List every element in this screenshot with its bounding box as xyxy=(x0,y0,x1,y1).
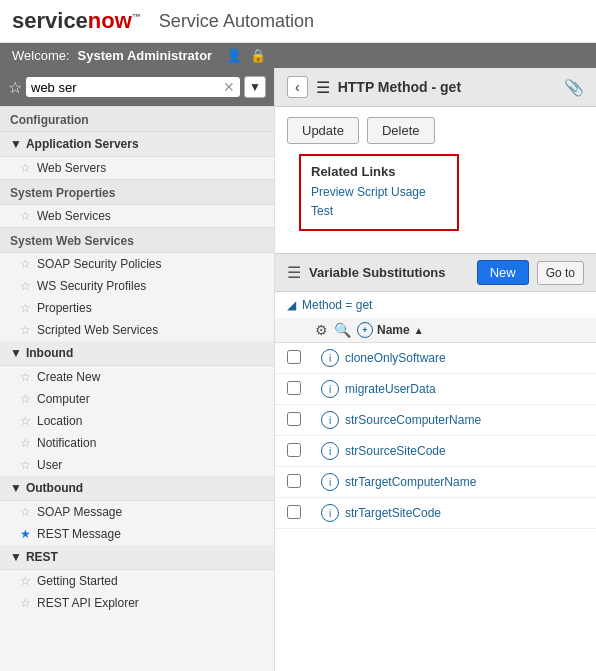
table-row: i strTargetSiteCode xyxy=(275,498,596,529)
logo: servicenow™ xyxy=(12,8,141,34)
row-link[interactable]: strTargetSiteCode xyxy=(345,506,441,520)
star-icon[interactable]: ☆ xyxy=(20,209,31,223)
star-icon[interactable]: ☆ xyxy=(20,370,31,384)
goto-button[interactable]: Go to xyxy=(537,261,584,285)
var-sub-title: Variable Substitutions xyxy=(309,265,469,280)
col-name-label: Name xyxy=(377,323,410,337)
sidebar: ☆ ✕ ▼ Configuration ▼ Application Server… xyxy=(0,68,275,671)
subsection-outbound[interactable]: ▼ Outbound xyxy=(0,476,274,501)
sidebar-item-web-servers[interactable]: ☆ Web Servers xyxy=(0,157,274,179)
star-icon[interactable]: ☆ xyxy=(20,414,31,428)
delete-button[interactable]: Delete xyxy=(367,117,435,144)
col-search-icon[interactable]: 🔍 xyxy=(334,322,351,338)
new-button[interactable]: New xyxy=(477,260,529,285)
item-label: WS Security Profiles xyxy=(37,279,146,293)
search-bar: ☆ ✕ ▼ xyxy=(0,68,274,106)
subsection-label: Application Servers xyxy=(26,137,139,151)
row-link[interactable]: strSourceComputerName xyxy=(345,413,481,427)
sidebar-item-create-new[interactable]: ☆ Create New xyxy=(0,366,274,388)
col-name-header: + Name ▲ xyxy=(357,322,584,338)
subsection-inbound[interactable]: ▼ Inbound xyxy=(0,341,274,366)
sidebar-item-scripted-web[interactable]: ☆ Scripted Web Services xyxy=(0,319,274,341)
item-label: Properties xyxy=(37,301,92,315)
related-links-title: Related Links xyxy=(311,164,447,179)
sidebar-item-notification[interactable]: ☆ Notification xyxy=(0,432,274,454)
item-label: Create New xyxy=(37,370,100,384)
row-link[interactable]: migrateUserData xyxy=(345,382,436,396)
sidebar-item-location[interactable]: ☆ Location xyxy=(0,410,274,432)
related-link-test[interactable]: Test xyxy=(311,202,447,221)
star-icon[interactable]: ☆ xyxy=(20,596,31,610)
star-icon[interactable]: ☆ xyxy=(20,436,31,450)
update-button[interactable]: Update xyxy=(287,117,359,144)
sidebar-item-user[interactable]: ☆ User xyxy=(0,454,274,476)
lock-icon[interactable]: 🔒 xyxy=(250,48,266,63)
subsection-label: REST xyxy=(26,550,58,564)
welcome-bar: Welcome: System Administrator 👤 🔒 xyxy=(0,43,596,68)
sidebar-item-getting-started[interactable]: ☆ Getting Started xyxy=(0,570,274,592)
info-icon[interactable]: i xyxy=(321,349,339,367)
attach-icon[interactable]: 📎 xyxy=(564,78,584,97)
row-checkbox[interactable] xyxy=(287,350,301,364)
info-icon[interactable]: i xyxy=(321,473,339,491)
var-sub-menu-icon[interactable]: ☰ xyxy=(287,263,301,282)
sort-arrow-icon[interactable]: ▲ xyxy=(414,325,424,336)
subsection-rest[interactable]: ▼ REST xyxy=(0,545,274,570)
info-icon[interactable]: i xyxy=(321,411,339,429)
content-panel: ‹ ☰ HTTP Method - get 📎 Update Delete Re… xyxy=(275,68,596,671)
row-link[interactable]: strSourceSiteCode xyxy=(345,444,446,458)
star-icon[interactable]: ☆ xyxy=(20,323,31,337)
subsection-application-servers[interactable]: ▼ Application Servers xyxy=(0,132,274,157)
clear-search-icon[interactable]: ✕ xyxy=(223,79,235,95)
row-checkbox[interactable] xyxy=(287,505,301,519)
star-icon[interactable]: ☆ xyxy=(20,301,31,315)
table-row: i strTargetComputerName xyxy=(275,467,596,498)
info-icon[interactable]: i xyxy=(321,442,339,460)
sidebar-item-rest-api-explorer[interactable]: ☆ REST API Explorer xyxy=(0,592,274,614)
star-icon[interactable]: ★ xyxy=(20,527,31,541)
star-icon[interactable]: ☆ xyxy=(20,279,31,293)
star-icon[interactable]: ☆ xyxy=(20,574,31,588)
search-dropdown-icon[interactable]: ▼ xyxy=(244,76,266,98)
sidebar-item-properties[interactable]: ☆ Properties xyxy=(0,297,274,319)
user-icon[interactable]: 👤 xyxy=(226,48,242,63)
menu-icon[interactable]: ☰ xyxy=(316,78,330,97)
row-checkbox[interactable] xyxy=(287,443,301,457)
sidebar-item-soap-security[interactable]: ☆ SOAP Security Policies xyxy=(0,253,274,275)
star-icon[interactable]: ☆ xyxy=(20,392,31,406)
related-link-preview[interactable]: Preview Script Usage xyxy=(311,183,447,202)
item-label: SOAP Message xyxy=(37,505,122,519)
sidebar-item-computer[interactable]: ☆ Computer xyxy=(0,388,274,410)
sidebar-item-rest-message[interactable]: ★ REST Message xyxy=(0,523,274,545)
item-label: Web Servers xyxy=(37,161,106,175)
sidebar-item-ws-security[interactable]: ☆ WS Security Profiles xyxy=(0,275,274,297)
arrow-icon: ▼ xyxy=(10,550,22,564)
star-icon[interactable]: ☆ xyxy=(20,505,31,519)
row-checkbox[interactable] xyxy=(287,381,301,395)
sidebar-item-web-services[interactable]: ☆ Web Services xyxy=(0,205,274,227)
logo-text: servicenow™ xyxy=(12,8,141,33)
star-icon[interactable]: ☆ xyxy=(20,161,31,175)
welcome-label: Welcome: xyxy=(12,48,70,63)
row-checkbox[interactable] xyxy=(287,474,301,488)
item-label: Web Services xyxy=(37,209,111,223)
star-icon[interactable]: ☆ xyxy=(20,458,31,472)
row-link[interactable]: strTargetComputerName xyxy=(345,475,476,489)
star-icon[interactable]: ☆ xyxy=(8,78,22,97)
gear-icon[interactable]: ⚙ xyxy=(315,322,328,338)
info-icon[interactable]: i xyxy=(321,504,339,522)
table-row: i migrateUserData xyxy=(275,374,596,405)
info-icon[interactable]: i xyxy=(321,380,339,398)
search-input[interactable] xyxy=(31,80,223,95)
row-link[interactable]: cloneOnlySoftware xyxy=(345,351,446,365)
back-button[interactable]: ‹ xyxy=(287,76,308,98)
row-checkbox[interactable] xyxy=(287,412,301,426)
sidebar-item-soap-message[interactable]: ☆ SOAP Message xyxy=(0,501,274,523)
item-label: User xyxy=(37,458,62,472)
star-icon[interactable]: ☆ xyxy=(20,257,31,271)
filter-text: Method = get xyxy=(302,298,372,312)
content-title: HTTP Method - get xyxy=(338,79,556,95)
arrow-icon: ▼ xyxy=(10,346,22,360)
table-row: i strSourceSiteCode xyxy=(275,436,596,467)
item-label: REST Message xyxy=(37,527,121,541)
